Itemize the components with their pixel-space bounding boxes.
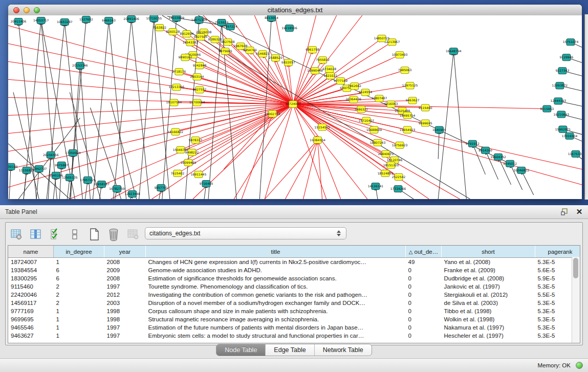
table-cell[interactable]: Investigating the contribution of common… bbox=[146, 291, 406, 299]
table-cell[interactable]: Genome-wide association studies in ADHD. bbox=[146, 266, 406, 274]
delete-table-icon[interactable] bbox=[126, 228, 140, 241]
tab-network-table[interactable]: Network Table bbox=[315, 344, 372, 356]
tab-node-table[interactable]: Node Table bbox=[216, 344, 266, 356]
node-label: 10688609 bbox=[366, 128, 382, 132]
table-cell[interactable]: 18300295 bbox=[8, 274, 54, 282]
table-row[interactable]: 1938455462009Genome-wide association stu… bbox=[8, 266, 580, 274]
table-cell[interactable]: Franke et al. (2009) bbox=[442, 266, 535, 274]
table-cell[interactable]: 2 bbox=[54, 291, 104, 299]
delete-column-icon[interactable] bbox=[107, 228, 120, 241]
table-select-dropdown[interactable]: citations_edges.txt bbox=[145, 227, 346, 239]
table-cell[interactable]: 0 bbox=[406, 291, 442, 299]
column-header-pagerank[interactable]: pagerank bbox=[535, 246, 581, 258]
table-cell[interactable]: 1 bbox=[54, 315, 104, 323]
table-cell[interactable]: 2003 bbox=[104, 299, 146, 307]
table-cell[interactable]: 1997 bbox=[104, 282, 146, 291]
table-row[interactable]: 977716911998Corpus callosum shape and si… bbox=[8, 307, 580, 315]
table-cell[interactable]: 0 bbox=[406, 282, 442, 291]
table-cell[interactable]: 19384554 bbox=[8, 266, 54, 274]
table-cell[interactable]: 2008 bbox=[104, 274, 146, 282]
table-row[interactable]: 2242004622012Investigating the contribut… bbox=[8, 291, 580, 299]
column-header-out_de[interactable]: △out_de… bbox=[406, 246, 442, 258]
table-cell[interactable]: 0 bbox=[406, 274, 442, 282]
table-cell[interactable]: 0 bbox=[406, 323, 442, 332]
row-height-icon[interactable] bbox=[68, 228, 81, 241]
table-cell[interactable]: 1998 bbox=[104, 315, 146, 323]
table-cell[interactable]: 1 bbox=[54, 332, 104, 340]
table-cell[interactable]: 2012 bbox=[104, 291, 146, 299]
table-row[interactable]: 946554611997Estimation of the future num… bbox=[8, 323, 580, 332]
table-cell[interactable]: 9777169 bbox=[8, 307, 54, 315]
table-cell[interactable]: 0 bbox=[406, 307, 442, 315]
table-cell[interactable]: 2009 bbox=[104, 266, 146, 274]
table-cell[interactable]: 1997 bbox=[104, 323, 146, 332]
node-label: 9716485 bbox=[200, 182, 213, 185]
node-label: 12505135 bbox=[62, 176, 78, 179]
table-cell[interactable]: 0 bbox=[406, 332, 442, 340]
column-header-name[interactable]: name bbox=[8, 246, 54, 258]
column-header-short[interactable]: short bbox=[442, 246, 535, 258]
close-panel-icon[interactable]: ✕ bbox=[575, 207, 584, 216]
column-header-title[interactable]: title bbox=[146, 246, 406, 258]
table-row[interactable]: 1830029562008Estimation of significance … bbox=[8, 274, 580, 282]
table-cell[interactable]: Hescheler et al. (1997) bbox=[442, 332, 535, 340]
table-cell[interactable]: Wolkin et al. (1998) bbox=[442, 315, 535, 323]
table-cell[interactable]: 2008 bbox=[104, 258, 146, 267]
table-cell[interactable]: Estimation of significance thresholds fo… bbox=[146, 274, 406, 282]
table-mode-icon[interactable] bbox=[10, 228, 23, 241]
table-cell[interactable]: 18724007 bbox=[8, 258, 54, 267]
tab-edge-table[interactable]: Edge Table bbox=[266, 344, 314, 356]
table-cell[interactable]: 1 bbox=[54, 323, 104, 332]
show-columns-icon[interactable] bbox=[29, 228, 42, 241]
table-cell[interactable]: 1 bbox=[54, 307, 104, 315]
table-cell[interactable]: 9465546 bbox=[8, 323, 54, 332]
node-table-grid[interactable]: namein_degreeyeartitle△out_de…shortpager… bbox=[8, 246, 580, 340]
new-column-icon[interactable] bbox=[88, 228, 101, 241]
table-cell[interactable]: Dudbridge et al. (2008) bbox=[442, 274, 535, 282]
network-canvas[interactable]: 2041140614055717106532871527602646616320… bbox=[8, 15, 582, 199]
table-cell[interactable]: Yano et al. (2008) bbox=[442, 258, 535, 267]
table-cell[interactable]: 1997 bbox=[104, 332, 146, 340]
table-cell[interactable]: Tibbo et al. (1998) bbox=[442, 307, 535, 315]
table-cell[interactable]: 49 bbox=[406, 258, 442, 267]
table-row[interactable]: 1872400712008Changes of HCN gene express… bbox=[8, 258, 580, 267]
table-cell[interactable]: 2 bbox=[54, 282, 104, 291]
table-scrollbar-thumb[interactable] bbox=[573, 258, 578, 278]
node-label: 1640995 bbox=[432, 128, 446, 132]
table-cell[interactable]: 1 bbox=[54, 258, 104, 267]
float-panel-icon[interactable] bbox=[560, 207, 570, 216]
table-cell[interactable]: 1998 bbox=[104, 307, 146, 315]
column-header-in_degree[interactable]: in_degree bbox=[54, 246, 104, 258]
table-cell[interactable]: de Silva et al. (2003) bbox=[442, 299, 535, 307]
table-cell[interactable]: Embryonic stem cells: a model to study s… bbox=[146, 332, 406, 340]
table-cell[interactable]: Jankovic et al. (1997) bbox=[442, 282, 535, 291]
table-cell[interactable]: Nakamura et al. (1997) bbox=[442, 323, 535, 332]
table-cell[interactable]: Structural magnetic resonance image aver… bbox=[146, 315, 406, 323]
table-cell[interactable]: 9115460 bbox=[8, 282, 54, 291]
table-cell[interactable]: 0 bbox=[406, 266, 442, 274]
table-cell[interactable]: 0 bbox=[406, 299, 442, 307]
select-columns-icon[interactable] bbox=[49, 228, 62, 241]
table-row[interactable]: 1456911722003Disruption of a novel membe… bbox=[8, 299, 580, 307]
table-scrollbar[interactable] bbox=[572, 257, 580, 343]
table-cell[interactable]: 14569117 bbox=[8, 299, 54, 307]
table-cell[interactable]: Estimation of the future numbers of pati… bbox=[146, 323, 406, 332]
table-cell[interactable]: Changes of HCN gene expression and I(f) … bbox=[146, 258, 406, 267]
table-cell[interactable]: 2 bbox=[54, 299, 104, 307]
column-header-year[interactable]: year bbox=[104, 246, 146, 258]
table-cell[interactable]: 6 bbox=[54, 274, 104, 282]
table-cell[interactable]: 6 bbox=[54, 266, 104, 274]
table-cell[interactable]: Stergiakouli et al. (2012) bbox=[442, 291, 535, 299]
table-cell[interactable]: 9699695 bbox=[8, 315, 54, 323]
table-row[interactable]: 969969511998Structural magnetic resonanc… bbox=[8, 315, 580, 323]
table-cell[interactable]: Tourette syndrome. Phenomenology and cla… bbox=[146, 282, 406, 291]
table-cell[interactable]: 0 bbox=[406, 315, 442, 323]
table-row[interactable]: 911546021997Tourette syndrome. Phenomeno… bbox=[8, 282, 580, 291]
table-row[interactable]: 946362711997Embryonic stem cells: a mode… bbox=[8, 332, 580, 340]
window-titlebar[interactable]: citations_edges.txt bbox=[8, 5, 582, 16]
table-cell[interactable]: Corpus callosum shape and size in male p… bbox=[146, 307, 406, 315]
table-cell[interactable]: Disruption of a novel member of a sodium… bbox=[146, 299, 406, 307]
node-label: 11700664 bbox=[189, 100, 205, 104]
table-cell[interactable]: 9463627 bbox=[8, 332, 54, 340]
table-cell[interactable]: 22420046 bbox=[8, 291, 54, 299]
